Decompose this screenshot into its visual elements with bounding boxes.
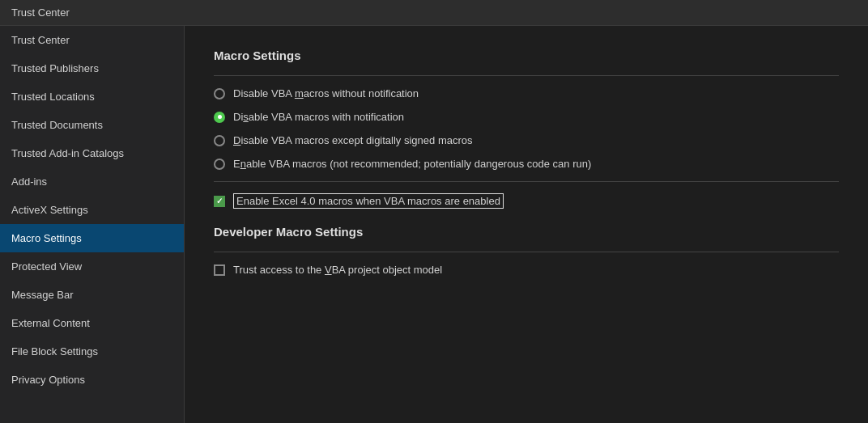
sidebar-item-trusted-documents[interactable]: Trusted Documents xyxy=(0,111,184,139)
radio-label-disable-no-notify: Disable VBA macros without notification xyxy=(233,87,419,99)
title-bar: Trust Center xyxy=(0,0,868,26)
main-content: Trust CenterTrusted PublishersTrusted Lo… xyxy=(0,26,868,423)
sidebar-item-add-ins[interactable]: Add-ins xyxy=(0,167,184,196)
excel4-macro-row: Enable Excel 4.0 macros when VBA macros … xyxy=(214,193,839,209)
macro-settings-title: Macro Settings xyxy=(214,49,839,62)
developer-macro-title: Developer Macro Settings xyxy=(214,225,839,239)
content-area: Macro Settings Disable VBA macros withou… xyxy=(185,26,868,423)
sidebar-item-trusted-add-in-catalogs[interactable]: Trusted Add-in Catalogs xyxy=(0,139,184,167)
sidebar-item-trusted-locations[interactable]: Trusted Locations xyxy=(0,82,184,111)
radio-disable-notify[interactable]: Disable VBA macros with notification xyxy=(214,111,839,123)
divider-dev xyxy=(214,252,839,252)
vba-project-label: Trust access to the VBA project object m… xyxy=(233,264,442,276)
sidebar-item-file-block-settings[interactable]: File Block Settings xyxy=(0,337,184,366)
divider-mid xyxy=(214,181,839,182)
sidebar-item-protected-view[interactable]: Protected View xyxy=(0,252,184,281)
radio-label-enable-all: Enable VBA macros (not recommended; pote… xyxy=(233,158,591,170)
radio-label-disable-signed: Disable VBA macros except digitally sign… xyxy=(233,134,473,146)
vba-macro-radio-group: Disable VBA macros without notificationD… xyxy=(214,87,839,170)
radio-circle-enable-all xyxy=(214,159,225,170)
developer-macro-section: Developer Macro Settings Trust access to… xyxy=(214,225,839,276)
vba-project-checkbox[interactable] xyxy=(214,264,225,276)
sidebar-item-external-content[interactable]: External Content xyxy=(0,309,184,337)
excel4-macro-checkbox[interactable] xyxy=(214,196,225,207)
radio-disable-signed[interactable]: Disable VBA macros except digitally sign… xyxy=(214,134,839,146)
radio-enable-all[interactable]: Enable VBA macros (not recommended; pote… xyxy=(214,158,839,170)
sidebar-item-macro-settings[interactable]: Macro Settings xyxy=(0,224,184,252)
radio-disable-no-notify[interactable]: Disable VBA macros without notification xyxy=(214,87,839,99)
radio-circle-disable-signed xyxy=(214,135,225,146)
sidebar-item-privacy-options[interactable]: Privacy Options xyxy=(0,366,184,394)
excel4-macro-label: Enable Excel 4.0 macros when VBA macros … xyxy=(233,193,504,209)
vba-project-row: Trust access to the VBA project object m… xyxy=(214,264,839,276)
radio-label-disable-notify: Disable VBA macros with notification xyxy=(233,111,404,123)
sidebar: Trust CenterTrusted PublishersTrusted Lo… xyxy=(0,26,185,423)
sidebar-item-activex-settings[interactable]: ActiveX Settings xyxy=(0,196,184,224)
radio-circle-disable-notify xyxy=(214,112,225,123)
sidebar-item-message-bar[interactable]: Message Bar xyxy=(0,281,184,309)
sidebar-item-trust-center[interactable]: Trust Center xyxy=(0,26,184,54)
sidebar-item-trusted-publishers[interactable]: Trusted Publishers xyxy=(0,54,184,82)
radio-circle-disable-no-notify xyxy=(214,88,225,99)
divider-top xyxy=(214,75,839,76)
app-title: Trust Center xyxy=(11,6,70,19)
